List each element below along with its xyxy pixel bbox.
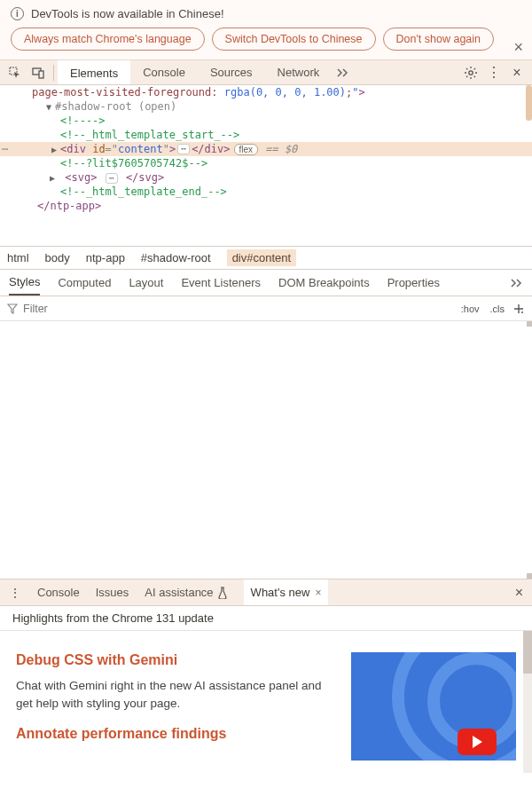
- crumb-body[interactable]: body: [45, 251, 70, 264]
- drawer-close-icon[interactable]: ×: [515, 585, 523, 601]
- tab-layout[interactable]: Layout: [129, 276, 163, 289]
- scrollbar-corner: [527, 573, 532, 579]
- comment-line[interactable]: <!--_html_template_end_-->: [0, 185, 532, 199]
- wn-heading: Annotate performance findings: [16, 726, 337, 742]
- infobar-message: DevTools is now available in Chinese!: [31, 7, 224, 20]
- svg-point-4: [521, 311, 523, 313]
- style-value: rgba(0, 0, 0, 1.00): [224, 86, 346, 99]
- switch-language-button[interactable]: Switch DevTools to Chinese: [212, 28, 376, 51]
- infobar: i DevTools is now available in Chinese! …: [0, 0, 532, 60]
- crumb-shadow-root[interactable]: #shadow-root: [141, 251, 211, 264]
- scrollbar[interactable]: [523, 631, 532, 773]
- drawer-tab-whatsnew[interactable]: What's new ×: [244, 579, 329, 605]
- styles-filter-row: :hov .cls: [0, 296, 532, 321]
- wn-heading: Debug CSS with Gemini: [16, 652, 337, 668]
- comment-line[interactable]: <!--?lit$7605705742$-->: [0, 156, 532, 170]
- styles-filter-input[interactable]: [23, 303, 453, 315]
- tab-dom-breakpoints[interactable]: DOM Breakpoints: [278, 276, 370, 289]
- elements-tree[interactable]: page-most-visited-foreground: rgba(0, 0,…: [0, 85, 532, 247]
- closing-tag-line[interactable]: </ntp-app>: [0, 199, 532, 213]
- svg-point-3: [469, 70, 473, 74]
- main-toolbar: Elements Console Sources Network ⋮ ×: [0, 60, 532, 85]
- svg-rect-2: [39, 71, 43, 78]
- gutter-menu-icon[interactable]: ⋯: [0, 143, 9, 155]
- play-button-icon[interactable]: [458, 729, 497, 755]
- styles-panel[interactable]: [0, 321, 532, 579]
- breadcrumb: html body ntp-app #shadow-root div#conte…: [0, 247, 532, 270]
- tab-properties[interactable]: Properties: [387, 276, 440, 289]
- dont-show-button[interactable]: Don't show again: [383, 28, 495, 51]
- video-thumbnail[interactable]: [351, 652, 516, 761]
- sidebar-tabs: Styles Computed Layout Event Listeners D…: [0, 270, 532, 296]
- hov-toggle[interactable]: :hov: [458, 303, 482, 314]
- comment-line[interactable]: <!---->: [0, 114, 532, 128]
- drawer-tab-console[interactable]: Console: [37, 586, 80, 599]
- flex-badge[interactable]: flex: [234, 144, 259, 155]
- ellipsis-icon[interactable]: ⋯: [106, 173, 118, 184]
- info-icon: i: [11, 7, 24, 20]
- svg-line[interactable]: ▶ <svg> ⋯ </svg>: [0, 170, 532, 185]
- expand-arrow-icon[interactable]: ▶: [50, 173, 59, 183]
- crumb-selected[interactable]: div#content: [227, 249, 297, 266]
- drawer-tabs: ⋮ Console Issues AI assistance What's ne…: [0, 579, 532, 606]
- collapse-arrow-icon[interactable]: ▼: [46, 102, 55, 112]
- tab-sources[interactable]: Sources: [198, 60, 265, 84]
- filter-icon: [7, 303, 18, 314]
- scrollbar[interactable]: [526, 85, 532, 121]
- tab-computed[interactable]: Computed: [58, 276, 111, 289]
- highlights-header: Highlights from the Chrome 131 update: [0, 606, 532, 631]
- ellipsis-icon[interactable]: ⋯: [177, 144, 190, 154]
- toolbar-separator: [53, 65, 54, 81]
- comment-line[interactable]: <!--_html_template_start_-->: [0, 128, 532, 142]
- tab-event-listeners[interactable]: Event Listeners: [181, 276, 261, 289]
- more-menu-icon[interactable]: ⋮: [482, 61, 505, 84]
- scrollbar-corner: [527, 321, 532, 327]
- settings-gear-icon[interactable]: [459, 61, 482, 84]
- match-language-button[interactable]: Always match Chrome's language: [11, 28, 205, 51]
- drawer-menu-icon[interactable]: ⋮: [9, 586, 21, 600]
- shadow-root-line[interactable]: ▼#shadow-root (open): [0, 99, 532, 114]
- tabs-overflow-icon[interactable]: [511, 279, 523, 288]
- dollar-zero-label: == $0: [265, 143, 297, 155]
- crumb-html[interactable]: html: [7, 251, 29, 264]
- drawer-tab-ai[interactable]: AI assistance: [145, 586, 227, 599]
- crumb-ntp-app[interactable]: ntp-app: [86, 251, 125, 264]
- cls-toggle[interactable]: .cls: [488, 303, 508, 314]
- tab-console[interactable]: Console: [130, 60, 198, 84]
- tab-close-icon[interactable]: ×: [315, 587, 321, 599]
- main-tab-list: Elements Console Sources Network: [58, 60, 459, 84]
- infobar-close-icon[interactable]: ×: [513, 39, 523, 55]
- new-style-rule-icon[interactable]: [512, 303, 525, 315]
- drawer-tab-issues[interactable]: Issues: [96, 586, 129, 599]
- tab-elements[interactable]: Elements: [58, 60, 130, 84]
- selected-element-line[interactable]: ⋯ ▶ <div id="content"> ⋯ </div> flex == …: [0, 142, 532, 156]
- tab-styles[interactable]: Styles: [9, 270, 40, 296]
- expand-arrow-icon[interactable]: ▶: [51, 145, 60, 154]
- whatsnew-content[interactable]: Debug CSS with Gemini Chat with Gemini r…: [0, 631, 532, 773]
- device-toolbar-icon[interactable]: [27, 61, 50, 84]
- scrollbar-thumb[interactable]: [523, 631, 532, 674]
- flask-icon: [217, 587, 228, 599]
- wn-paragraph: Chat with Gemini right in the new AI ass…: [16, 677, 337, 712]
- tab-network[interactable]: Network: [265, 60, 332, 84]
- devtools-close-icon[interactable]: ×: [505, 61, 528, 84]
- tab-overflow-icon[interactable]: [332, 60, 355, 84]
- inspect-element-icon[interactable]: [4, 61, 27, 84]
- style-prop: page-most-visited-foreground:: [32, 86, 218, 99]
